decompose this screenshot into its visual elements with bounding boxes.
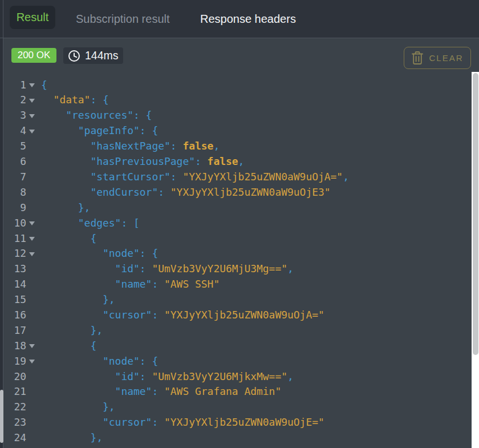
- line-number: 23: [0, 415, 26, 430]
- tab-response-headers-label: Response headers: [200, 13, 296, 26]
- code-line: 8 "endCursor": "YXJyYXljb25uZWN0aW9uOjE3…: [0, 185, 472, 200]
- code-line: 4 "pageInfo": {: [0, 123, 472, 139]
- code-line: 19 "node": {: [0, 354, 472, 369]
- result-scrollbar-thumb[interactable]: [473, 73, 478, 355]
- code-text: "id": "UmVzb3VyY2U6MjU3Mg==",: [41, 261, 294, 277]
- code-text: {: [41, 231, 96, 247]
- result-json-viewer[interactable]: 1{2 "data": {3 "resources": {4 "pageInfo…: [0, 72, 472, 448]
- tabs-divider: [0, 38, 479, 38]
- clock-icon: [68, 50, 80, 62]
- line-number: 14: [0, 277, 26, 292]
- code-line: 13 "id": "UmVzb3VyY2U6MjU3Mg==",: [0, 261, 472, 277]
- line-number: 12: [0, 246, 26, 261]
- result-tabs-bar: Result Subscription result Response head…: [3, 0, 479, 38]
- code-text: },: [41, 292, 115, 308]
- fold-arrow-icon[interactable]: [29, 99, 35, 103]
- code-text: "endCursor": "YXJyYXljb25uZWN0aW9uOjE3": [41, 185, 331, 200]
- code-line: 2 "data": {: [0, 92, 472, 108]
- fold-arrow-icon[interactable]: [29, 237, 35, 241]
- line-number: 7: [0, 169, 26, 185]
- code-line: 6 "hasPreviousPage": false,: [0, 154, 472, 169]
- code-line: 10 "edges": [: [0, 216, 472, 231]
- code-line: 20 "id": "UmVzb3VyY2U6MjkxMw==",: [0, 369, 472, 385]
- code-line: 15 },: [0, 292, 472, 308]
- code-lines: 1{2 "data": {3 "resources": {4 "pageInfo…: [0, 78, 472, 446]
- code-text: },: [41, 399, 115, 415]
- code-line: 11 {: [0, 231, 472, 247]
- code-text: "resources": {: [41, 108, 152, 123]
- code-text: "name": "AWS Grafana Admin": [41, 384, 281, 399]
- code-text: },: [41, 323, 103, 338]
- status-code-badge: 200 OK: [11, 48, 56, 63]
- code-text: "startCursor": "YXJyYXljb25uZWN0aW9uOjA=…: [41, 169, 349, 185]
- code-text: {: [41, 338, 96, 354]
- result-scrollbar-track[interactable]: [472, 72, 479, 448]
- line-number: 9: [0, 200, 26, 216]
- code-text: "name": "AWS SSH": [41, 277, 220, 292]
- code-line: 17 },: [0, 323, 472, 338]
- code-text: "pageInfo": {: [41, 123, 158, 139]
- line-number: 17: [0, 323, 26, 338]
- fold-arrow-icon[interactable]: [29, 83, 35, 87]
- tab-response-headers[interactable]: Response headers: [200, 0, 296, 38]
- code-text: "node": {: [41, 354, 158, 369]
- code-line: 24 },: [0, 430, 472, 446]
- trash-icon: [411, 51, 424, 65]
- code-text: "hasPreviousPage": false,: [41, 154, 244, 169]
- code-line: 5 "hasNextPage": false,: [0, 139, 472, 154]
- clear-button-label: CLEAR: [429, 53, 463, 63]
- line-number: 13: [0, 261, 26, 277]
- fold-arrow-icon[interactable]: [29, 344, 35, 348]
- code-line: 9 },: [0, 200, 472, 216]
- line-number: 6: [0, 154, 26, 169]
- code-text: "cursor": "YXJyYXljb25uZWN0aW9uOjA=": [41, 308, 324, 323]
- code-text: "edges": [: [41, 216, 140, 231]
- code-line: 1{: [0, 78, 472, 93]
- code-text: },: [41, 430, 103, 446]
- code-line: 23 "cursor": "YXJyYXljb25uZWN0aW9uOjE=": [0, 415, 472, 430]
- code-line: 18 {: [0, 338, 472, 354]
- line-number: 5: [0, 139, 26, 154]
- code-text: "cursor": "YXJyYXljb25uZWN0aW9uOjE=": [41, 415, 324, 430]
- left-pane-scrollbar-thumb[interactable]: [0, 390, 3, 443]
- line-number: 15: [0, 292, 26, 308]
- code-text: "hasNextPage": false,: [41, 139, 220, 154]
- line-number: 19: [0, 354, 26, 369]
- tab-result[interactable]: Result: [10, 6, 55, 29]
- line-number: 10: [0, 216, 26, 231]
- fold-arrow-icon[interactable]: [29, 360, 35, 364]
- code-text: {: [41, 78, 47, 93]
- code-line: 3 "resources": {: [0, 108, 472, 123]
- line-number: 1: [0, 78, 26, 93]
- line-number: 22: [0, 399, 26, 415]
- code-line: 16 "cursor": "YXJyYXljb25uZWN0aW9uOjA=": [0, 308, 472, 323]
- pane-divider: [3, 0, 3, 448]
- clear-button[interactable]: CLEAR: [404, 47, 471, 69]
- line-number: 4: [0, 123, 26, 139]
- code-line: 12 "node": {: [0, 246, 472, 261]
- fold-arrow-icon[interactable]: [29, 221, 35, 225]
- fold-arrow-icon[interactable]: [29, 252, 35, 256]
- status-code-label: 200 OK: [18, 50, 51, 61]
- line-number: 21: [0, 384, 26, 399]
- tab-result-label: Result: [17, 11, 49, 24]
- code-text: "data": {: [41, 92, 109, 108]
- code-text: "id": "UmVzb3VyY2U6MjkxMw==",: [41, 369, 294, 385]
- fold-arrow-icon[interactable]: [29, 130, 35, 134]
- line-number: 2: [0, 92, 26, 108]
- code-line: 22 },: [0, 399, 472, 415]
- line-number: 11: [0, 231, 26, 247]
- code-line: 7 "startCursor": "YXJyYXljb25uZWN0aW9uOj…: [0, 169, 472, 185]
- code-text: },: [41, 200, 90, 216]
- code-line: 21 "name": "AWS Grafana Admin": [0, 384, 472, 399]
- line-number: 3: [0, 108, 26, 123]
- response-panel: Result Subscription result Response head…: [0, 0, 479, 448]
- fold-arrow-icon[interactable]: [29, 114, 35, 118]
- code-text: "node": {: [41, 246, 158, 261]
- line-number: 24: [0, 430, 26, 446]
- line-number: 16: [0, 308, 26, 323]
- line-number: 18: [0, 338, 26, 354]
- tab-subscription-result[interactable]: Subscription result: [76, 0, 170, 38]
- line-number: 20: [0, 369, 26, 385]
- line-number: 8: [0, 185, 26, 200]
